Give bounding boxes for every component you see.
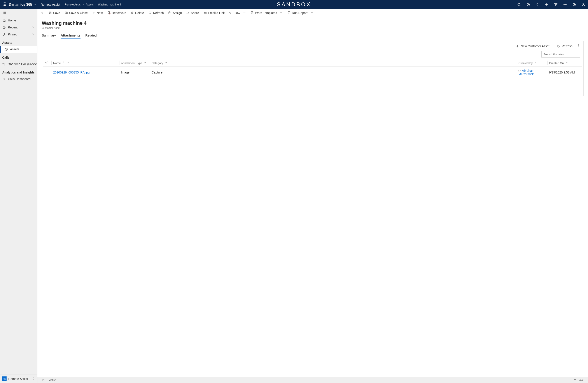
svg-point-1 xyxy=(4,3,5,3)
attachments-grid-panel: New Customer Asset ... Refresh xyxy=(42,41,584,96)
svg-point-3 xyxy=(3,4,3,4)
grid-search-input[interactable] xyxy=(541,51,580,58)
grid-refresh-button[interactable]: Refresh xyxy=(557,44,572,48)
svg-point-2 xyxy=(5,3,6,3)
col-name[interactable]: Name xyxy=(51,59,119,67)
brand-label[interactable]: Dynamics 365 xyxy=(9,3,32,7)
popout-button[interactable] xyxy=(40,377,47,383)
col-category[interactable]: Category xyxy=(150,59,517,67)
chevron-down-icon[interactable] xyxy=(565,61,568,65)
svg-point-7 xyxy=(4,5,5,6)
chevron-down-icon[interactable] xyxy=(165,61,168,65)
chevron-down-icon xyxy=(243,11,246,15)
assign-button[interactable]: Assign xyxy=(166,9,184,17)
svg-line-65 xyxy=(43,379,44,380)
status-active[interactable]: Active xyxy=(47,377,59,383)
chevron-right-icon: › xyxy=(95,3,96,6)
search-icon[interactable] xyxy=(514,0,524,9)
col-created-on[interactable]: Created On xyxy=(547,59,582,67)
svg-rect-32 xyxy=(50,13,51,14)
sidebar-item-label: Calls Dashboard xyxy=(8,77,31,81)
cmd-label: New xyxy=(97,11,103,15)
chevron-down-icon[interactable] xyxy=(534,61,537,65)
help-icon[interactable] xyxy=(570,0,579,9)
sidebar-item-home[interactable]: Home xyxy=(0,17,37,24)
sidebar-item-assets[interactable]: Assets xyxy=(0,46,37,53)
refresh-button[interactable]: Refresh xyxy=(146,9,166,17)
new-attachment-button[interactable]: New Customer Asset ... xyxy=(516,44,553,48)
tab-related[interactable]: Related xyxy=(85,32,97,39)
presence-icon xyxy=(518,70,521,72)
new-button[interactable]: New xyxy=(90,9,105,17)
svg-point-58 xyxy=(578,45,579,45)
add-icon[interactable] xyxy=(542,0,551,9)
brand-chevron-icon[interactable] xyxy=(33,3,37,7)
svg-rect-67 xyxy=(574,379,576,380)
chevron-down-icon[interactable] xyxy=(32,32,35,36)
table-row[interactable]: 20200929_095355_RA.jpg Image Capture Abr… xyxy=(43,67,582,78)
grid-more-icon[interactable] xyxy=(576,44,580,48)
sidebar-section-analytics: Analytics and Insights xyxy=(0,68,37,75)
record-tabs: Summary Attachments Related xyxy=(37,30,588,39)
sidebar-item-calls-dashboard[interactable]: Calls Dashboard xyxy=(0,75,37,83)
col-check[interactable] xyxy=(43,59,51,67)
sidebar-item-pinned[interactable]: Pinned xyxy=(0,31,37,38)
sidebar-item-recent[interactable]: Recent xyxy=(0,24,37,31)
attachment-name-link[interactable]: 20200929_095355_RA.jpg xyxy=(53,71,90,74)
cell-created-on: 9/29/2020 9:53 AM xyxy=(547,67,582,78)
chevron-down-icon[interactable] xyxy=(144,61,147,65)
filter-icon[interactable] xyxy=(551,0,560,9)
status-save-button[interactable]: Save xyxy=(571,377,586,383)
word-templates-button[interactable]: Word Templates xyxy=(248,9,285,17)
run-report-button[interactable]: Run Report xyxy=(285,9,316,17)
settings-icon[interactable] xyxy=(560,0,570,9)
chevron-down-icon xyxy=(310,11,314,15)
separator xyxy=(59,378,59,382)
cmd-label: Refresh xyxy=(153,11,164,15)
search-input[interactable] xyxy=(543,53,580,56)
tab-summary[interactable]: Summary xyxy=(42,32,56,39)
delete-button[interactable]: Delete xyxy=(128,9,146,17)
app-launcher-icon[interactable] xyxy=(0,2,9,7)
sidebar-section-assets: Assets xyxy=(0,38,37,46)
user-icon[interactable] xyxy=(579,0,588,9)
email-link-button[interactable]: Email a Link xyxy=(201,9,227,17)
lightbulb-icon[interactable] xyxy=(533,0,542,9)
chevron-down-icon[interactable] xyxy=(67,61,70,65)
svg-marker-15 xyxy=(555,3,557,6)
content-area: Save Save & Close New Deactivate Delete … xyxy=(37,9,588,383)
svg-point-19 xyxy=(583,3,584,5)
deactivate-button[interactable]: Deactivate xyxy=(105,9,128,17)
tab-attachments[interactable]: Attachments xyxy=(61,32,81,39)
share-button[interactable]: Share xyxy=(184,9,201,17)
switch-app-icon[interactable] xyxy=(32,377,35,381)
svg-point-59 xyxy=(578,46,579,46)
svg-rect-34 xyxy=(65,12,66,12)
breadcrumb-item[interactable]: Remote Assist xyxy=(64,3,81,6)
save-close-button[interactable]: Save & Close xyxy=(62,9,90,17)
chevron-down-icon[interactable] xyxy=(32,25,35,29)
status-bar: Active Save xyxy=(37,377,588,383)
col-created-by[interactable]: Created By xyxy=(517,59,547,67)
home-icon xyxy=(2,19,6,22)
hamburger-icon[interactable] xyxy=(3,11,6,15)
grid-toolbar: New Customer Asset ... Refresh xyxy=(42,41,583,51)
save-button[interactable]: Save xyxy=(46,9,62,17)
created-by-link[interactable]: Abraham McCormick xyxy=(518,69,534,76)
chevron-right-icon: › xyxy=(83,3,84,6)
sidebar-item-onetime-call[interactable]: One-time Call (Previe... xyxy=(0,61,37,68)
svg-point-0 xyxy=(3,3,3,3)
breadcrumb-item[interactable]: Assets xyxy=(86,3,94,6)
record-title: Washing machine 4 xyxy=(42,20,584,26)
col-attachment-type[interactable]: Attachment Type xyxy=(119,59,150,67)
breadcrumb-item[interactable]: Washing machine 4 xyxy=(98,3,121,6)
chart-icon xyxy=(2,77,6,81)
svg-point-6 xyxy=(3,5,3,6)
cmd-label: Word Templates xyxy=(255,11,277,15)
sidebar-footer[interactable]: RA Remote Assist xyxy=(0,374,37,383)
back-button[interactable] xyxy=(39,9,45,17)
flow-button[interactable]: Flow xyxy=(227,9,248,17)
clock-icon xyxy=(2,26,6,29)
cmd-label: Delete xyxy=(135,11,144,15)
task-icon[interactable] xyxy=(524,0,533,9)
